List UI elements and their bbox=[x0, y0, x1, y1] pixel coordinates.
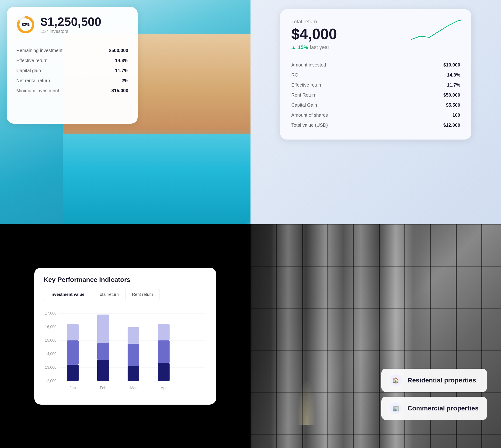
investors-count: 157 investors bbox=[41, 29, 101, 34]
tr-row: ROI 14.3% bbox=[291, 70, 460, 80]
property-icon-1: 🏢 bbox=[390, 402, 402, 415]
svg-rect-27 bbox=[158, 340, 170, 363]
svg-text:12,000: 12,000 bbox=[45, 379, 56, 383]
tr-row-value-2: 11.7% bbox=[447, 82, 460, 88]
tr-row-label-4: Capital Gain bbox=[291, 102, 317, 108]
tr-row-value-0: $10,000 bbox=[443, 62, 460, 68]
kpi-chart: 17,000 16,000 15,000 14,000 13,000 12,00… bbox=[44, 307, 207, 396]
investment-header: 82% $1,250,500 157 investors bbox=[16, 16, 128, 34]
tr-row: Amount of shares 100 bbox=[291, 110, 460, 120]
inv-row-label-1: Effective return bbox=[16, 58, 47, 63]
svg-rect-14 bbox=[67, 365, 78, 381]
investment-card: 82% $1,250,500 157 investors Remaining i… bbox=[7, 7, 138, 124]
svg-rect-28 bbox=[158, 324, 170, 340]
donut-chart: 82% bbox=[16, 16, 35, 34]
total-return-rows: Amount invested $10,000ROI 14.3%Effectiv… bbox=[291, 60, 460, 130]
svg-rect-24 bbox=[127, 327, 139, 344]
svg-text:15,000: 15,000 bbox=[45, 338, 56, 342]
tr-row-label-2: Effective return bbox=[291, 82, 323, 88]
property-buttons: 🏠 Residential properties🏢 Commercial pro… bbox=[381, 369, 487, 420]
inv-row-label-2: Capital gain bbox=[16, 68, 41, 73]
inv-row-value-0: $500,000 bbox=[109, 48, 128, 53]
property-label-1: Commercial properties bbox=[407, 405, 479, 412]
svg-text:14,000: 14,000 bbox=[45, 352, 56, 356]
inv-row-value-3: 2% bbox=[122, 78, 128, 83]
inv-row-value-2: 11.7% bbox=[115, 68, 128, 73]
investment-row: Effective return 14.3% bbox=[16, 56, 128, 65]
kpi-tab-0[interactable]: Investment value bbox=[44, 289, 91, 300]
svg-rect-20 bbox=[97, 315, 109, 343]
investment-rows: Remaining investment $500,000Effective r… bbox=[16, 46, 128, 96]
sparkline-chart bbox=[411, 19, 462, 44]
svg-text:13,000: 13,000 bbox=[45, 365, 56, 369]
svg-rect-22 bbox=[127, 366, 139, 381]
investment-row: Minimum investment $15,000 bbox=[16, 86, 128, 96]
total-return-card: Total return $4,000 ▲ 15% last year Amou… bbox=[280, 9, 471, 140]
tr-row-value-1: 14.3% bbox=[447, 72, 460, 78]
svg-rect-26 bbox=[158, 363, 170, 381]
donut-label: 82% bbox=[16, 16, 35, 34]
tr-row-label-6: Total value (USD) bbox=[291, 123, 328, 128]
kpi-quadrant: Key Performance Indicators Investment va… bbox=[0, 224, 250, 448]
investment-total: $1,250,500 bbox=[41, 16, 101, 28]
bar-chart-svg: 17,000 16,000 15,000 14,000 13,000 12,00… bbox=[44, 307, 207, 396]
property-icon-0: 🏠 bbox=[390, 374, 402, 386]
change-text: last year bbox=[310, 44, 329, 50]
investment-row: Remaining investment $500,000 bbox=[16, 46, 128, 56]
investment-row: Net rental return 2% bbox=[16, 76, 128, 86]
kpi-tabs: Investment valueTotal returnRent return bbox=[44, 289, 160, 300]
total-return-quadrant: Total return $4,000 ▲ 15% last year Amou… bbox=[250, 0, 501, 224]
svg-text:Mar: Mar bbox=[130, 386, 137, 390]
investment-row: Capital gain 11.7% bbox=[16, 65, 128, 76]
tr-row-value-4: $5,500 bbox=[446, 102, 460, 108]
tr-row: Effective return 11.7% bbox=[291, 80, 460, 90]
inv-row-label-4: Minimum investment bbox=[16, 88, 59, 93]
kpi-title: Key Performance Indicators bbox=[44, 276, 207, 284]
investment-quadrant: 82% $1,250,500 157 investors Remaining i… bbox=[0, 0, 250, 224]
svg-text:Jan: Jan bbox=[70, 386, 76, 390]
tr-row-value-5: 100 bbox=[453, 112, 460, 118]
tr-row-value-6: $12,000 bbox=[443, 123, 460, 128]
tr-row: Rent Return $50,000 bbox=[291, 90, 460, 100]
svg-rect-23 bbox=[127, 344, 139, 366]
tr-row-label-5: Amount of shares bbox=[291, 112, 328, 118]
kpi-tab-1[interactable]: Total return bbox=[91, 289, 125, 300]
svg-rect-19 bbox=[97, 343, 109, 360]
tr-row-value-3: $50,000 bbox=[443, 92, 460, 98]
inv-row-value-1: 14.3% bbox=[115, 58, 128, 63]
inv-row-value-4: $15,000 bbox=[111, 88, 128, 93]
up-arrow-icon: ▲ bbox=[291, 45, 296, 50]
tr-row: Amount invested $10,000 bbox=[291, 60, 460, 70]
property-quadrant: 🏠 Residential properties🏢 Commercial pro… bbox=[250, 224, 501, 448]
tr-row-label-1: ROI bbox=[291, 72, 300, 78]
svg-text:17,000: 17,000 bbox=[45, 311, 56, 315]
svg-rect-18 bbox=[97, 360, 109, 381]
tr-row-label-0: Amount invested bbox=[291, 62, 326, 68]
total-return-change: ▲ 15% last year bbox=[291, 44, 460, 50]
svg-text:16,000: 16,000 bbox=[45, 325, 56, 329]
svg-text:Feb: Feb bbox=[100, 386, 106, 390]
inv-row-label-3: Net rental return bbox=[16, 78, 50, 83]
property-button-0[interactable]: 🏠 Residential properties bbox=[381, 369, 487, 392]
change-percent: 15% bbox=[298, 44, 308, 50]
svg-rect-15 bbox=[67, 340, 78, 365]
svg-text:Apr: Apr bbox=[161, 386, 167, 390]
property-button-1[interactable]: 🏢 Commercial properties bbox=[381, 397, 487, 420]
inv-row-label-0: Remaining investment bbox=[16, 48, 63, 53]
kpi-card: Key Performance Indicators Investment va… bbox=[34, 268, 216, 405]
tr-row: Total value (USD) $12,000 bbox=[291, 120, 460, 130]
kpi-tab-2[interactable]: Rent return bbox=[125, 289, 159, 300]
tr-row: Capital Gain $5,500 bbox=[291, 100, 460, 110]
svg-rect-16 bbox=[67, 324, 78, 340]
tr-row-label-3: Rent Return bbox=[291, 92, 316, 98]
property-label-0: Residential properties bbox=[407, 377, 476, 384]
